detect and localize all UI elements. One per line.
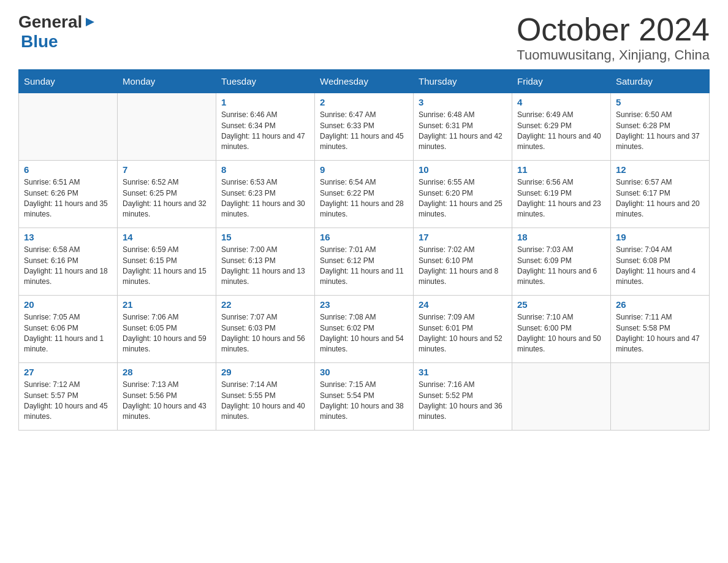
calendar-cell: 24Sunrise: 7:09 AMSunset: 6:01 PMDayligh… (414, 296, 512, 363)
calendar-cell: 31Sunrise: 7:16 AMSunset: 5:52 PMDayligh… (414, 363, 512, 431)
day-info: Sunrise: 7:07 AMSunset: 6:03 PMDaylight:… (221, 312, 309, 355)
location: Tuomuwusitang, Xinjiang, China (517, 47, 710, 63)
day-number: 16 (320, 232, 408, 242)
page-header: General Blue October 2024 Tuomuwusitang,… (18, 12, 710, 63)
day-number: 19 (616, 232, 704, 242)
calendar-cell: 25Sunrise: 7:10 AMSunset: 6:00 PMDayligh… (512, 296, 611, 363)
day-number: 8 (221, 164, 309, 175)
calendar-cell: 12Sunrise: 6:57 AMSunset: 6:17 PMDayligh… (611, 161, 710, 228)
day-number: 28 (123, 367, 211, 377)
calendar-cell: 26Sunrise: 7:11 AMSunset: 5:58 PMDayligh… (611, 296, 710, 363)
day-info: Sunrise: 7:09 AMSunset: 6:01 PMDaylight:… (419, 312, 507, 355)
calendar-cell: 22Sunrise: 7:07 AMSunset: 6:03 PMDayligh… (216, 296, 315, 363)
day-number: 22 (221, 299, 309, 310)
calendar-cell: 17Sunrise: 7:02 AMSunset: 6:10 PMDayligh… (414, 228, 512, 296)
day-number: 24 (419, 299, 507, 310)
day-info: Sunrise: 6:49 AMSunset: 6:29 PMDaylight:… (517, 110, 605, 153)
weekday-header: Tuesday (216, 70, 315, 93)
calendar-table: SundayMondayTuesdayWednesdayThursdayFrid… (18, 69, 710, 431)
calendar-cell: 21Sunrise: 7:06 AMSunset: 6:05 PMDayligh… (118, 296, 216, 363)
calendar-week-row: 6Sunrise: 6:51 AMSunset: 6:26 PMDaylight… (19, 161, 710, 228)
day-number: 21 (123, 299, 211, 310)
logo: General Blue (18, 12, 96, 52)
logo-blue-text: Blue (21, 32, 58, 51)
day-info: Sunrise: 7:08 AMSunset: 6:02 PMDaylight:… (320, 312, 408, 355)
calendar-cell: 16Sunrise: 7:01 AMSunset: 6:12 PMDayligh… (315, 228, 414, 296)
calendar-cell (19, 93, 118, 161)
day-info: Sunrise: 6:56 AMSunset: 6:19 PMDaylight:… (517, 177, 605, 220)
day-info: Sunrise: 6:47 AMSunset: 6:33 PMDaylight:… (320, 110, 408, 153)
calendar-week-row: 27Sunrise: 7:12 AMSunset: 5:57 PMDayligh… (19, 363, 710, 431)
day-info: Sunrise: 6:50 AMSunset: 6:28 PMDaylight:… (616, 110, 704, 153)
day-info: Sunrise: 7:15 AMSunset: 5:54 PMDaylight:… (320, 380, 408, 423)
svg-marker-0 (86, 18, 94, 26)
calendar-cell: 3Sunrise: 6:48 AMSunset: 6:31 PMDaylight… (414, 93, 512, 161)
day-info: Sunrise: 6:53 AMSunset: 6:23 PMDaylight:… (221, 177, 309, 220)
logo-general-text: General (18, 12, 82, 32)
day-number: 2 (320, 97, 408, 107)
title-section: October 2024 Tuomuwusitang, Xinjiang, Ch… (517, 12, 710, 63)
day-info: Sunrise: 7:13 AMSunset: 5:56 PMDaylight:… (123, 380, 211, 423)
day-info: Sunrise: 7:14 AMSunset: 5:55 PMDaylight:… (221, 380, 309, 423)
day-number: 23 (320, 299, 408, 310)
calendar-cell (118, 93, 216, 161)
day-info: Sunrise: 7:01 AMSunset: 6:12 PMDaylight:… (320, 245, 408, 288)
day-number: 29 (221, 367, 309, 377)
day-info: Sunrise: 7:04 AMSunset: 6:08 PMDaylight:… (616, 245, 704, 288)
calendar-header-row: SundayMondayTuesdayWednesdayThursdayFrid… (19, 70, 710, 93)
calendar-cell: 10Sunrise: 6:55 AMSunset: 6:20 PMDayligh… (414, 161, 512, 228)
day-info: Sunrise: 6:58 AMSunset: 6:16 PMDaylight:… (24, 245, 112, 288)
day-number: 31 (419, 367, 507, 377)
day-info: Sunrise: 6:59 AMSunset: 6:15 PMDaylight:… (123, 245, 211, 288)
day-number: 26 (616, 299, 704, 310)
day-number: 30 (320, 367, 408, 377)
calendar-cell: 30Sunrise: 7:15 AMSunset: 5:54 PMDayligh… (315, 363, 414, 431)
calendar-cell: 14Sunrise: 6:59 AMSunset: 6:15 PMDayligh… (118, 228, 216, 296)
day-info: Sunrise: 7:03 AMSunset: 6:09 PMDaylight:… (517, 245, 605, 288)
day-info: Sunrise: 7:12 AMSunset: 5:57 PMDaylight:… (24, 380, 112, 423)
calendar-cell: 13Sunrise: 6:58 AMSunset: 6:16 PMDayligh… (19, 228, 118, 296)
weekday-header: Friday (512, 70, 611, 93)
calendar-cell: 5Sunrise: 6:50 AMSunset: 6:28 PMDaylight… (611, 93, 710, 161)
day-number: 1 (221, 97, 309, 107)
day-info: Sunrise: 6:48 AMSunset: 6:31 PMDaylight:… (419, 110, 507, 153)
day-number: 6 (24, 164, 112, 175)
calendar-cell: 19Sunrise: 7:04 AMSunset: 6:08 PMDayligh… (611, 228, 710, 296)
day-number: 15 (221, 232, 309, 242)
calendar-week-row: 1Sunrise: 6:46 AMSunset: 6:34 PMDaylight… (19, 93, 710, 161)
calendar-cell: 1Sunrise: 6:46 AMSunset: 6:34 PMDaylight… (216, 93, 315, 161)
calendar-cell: 27Sunrise: 7:12 AMSunset: 5:57 PMDayligh… (19, 363, 118, 431)
calendar-cell: 9Sunrise: 6:54 AMSunset: 6:22 PMDaylight… (315, 161, 414, 228)
calendar-cell: 29Sunrise: 7:14 AMSunset: 5:55 PMDayligh… (216, 363, 315, 431)
day-number: 20 (24, 299, 112, 310)
day-info: Sunrise: 7:10 AMSunset: 6:00 PMDaylight:… (517, 312, 605, 355)
day-number: 9 (320, 164, 408, 175)
day-info: Sunrise: 6:51 AMSunset: 6:26 PMDaylight:… (24, 177, 112, 220)
calendar-cell: 23Sunrise: 7:08 AMSunset: 6:02 PMDayligh… (315, 296, 414, 363)
day-number: 5 (616, 97, 704, 107)
day-info: Sunrise: 7:06 AMSunset: 6:05 PMDaylight:… (123, 312, 211, 355)
day-number: 27 (24, 367, 112, 377)
weekday-header: Monday (118, 70, 216, 93)
day-number: 25 (517, 299, 605, 310)
day-info: Sunrise: 7:00 AMSunset: 6:13 PMDaylight:… (221, 245, 309, 288)
day-number: 18 (517, 232, 605, 242)
calendar-cell (512, 363, 611, 431)
day-info: Sunrise: 6:55 AMSunset: 6:20 PMDaylight:… (419, 177, 507, 220)
calendar-cell: 7Sunrise: 6:52 AMSunset: 6:25 PMDaylight… (118, 161, 216, 228)
weekday-header: Wednesday (315, 70, 414, 93)
weekday-header: Sunday (19, 70, 118, 93)
day-info: Sunrise: 6:46 AMSunset: 6:34 PMDaylight:… (221, 110, 309, 153)
day-number: 10 (419, 164, 507, 175)
calendar-cell: 2Sunrise: 6:47 AMSunset: 6:33 PMDaylight… (315, 93, 414, 161)
calendar-cell (611, 363, 710, 431)
calendar-cell: 28Sunrise: 7:13 AMSunset: 5:56 PMDayligh… (118, 363, 216, 431)
weekday-header: Saturday (611, 70, 710, 93)
day-number: 14 (123, 232, 211, 242)
day-number: 12 (616, 164, 704, 175)
day-info: Sunrise: 6:54 AMSunset: 6:22 PMDaylight:… (320, 177, 408, 220)
weekday-header: Thursday (414, 70, 512, 93)
day-info: Sunrise: 7:05 AMSunset: 6:06 PMDaylight:… (24, 312, 112, 355)
day-number: 3 (419, 97, 507, 107)
day-info: Sunrise: 6:57 AMSunset: 6:17 PMDaylight:… (616, 177, 704, 220)
